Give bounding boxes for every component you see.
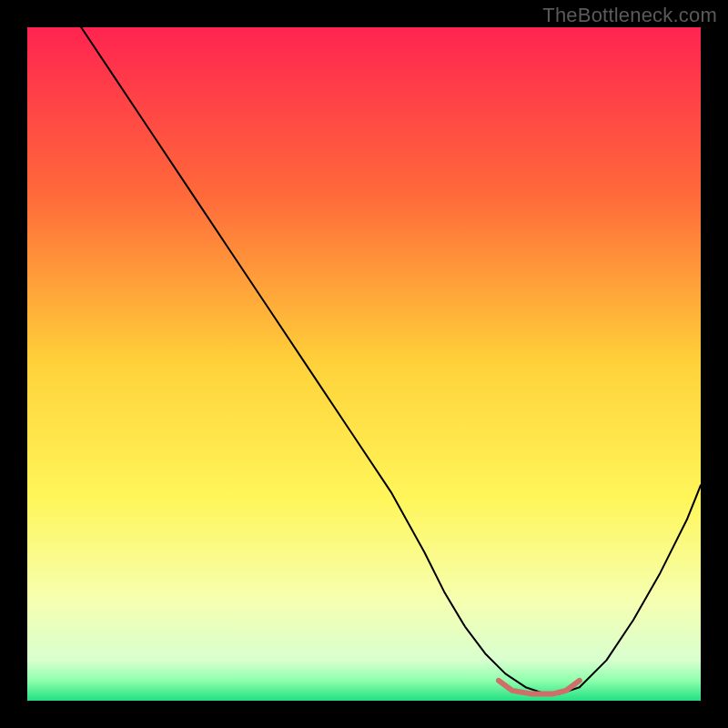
bottleneck-chart <box>27 27 701 701</box>
gradient-background <box>27 27 701 701</box>
chart-container: TheBottleneck.com <box>0 0 728 728</box>
watermark-text: TheBottleneck.com <box>542 4 717 27</box>
